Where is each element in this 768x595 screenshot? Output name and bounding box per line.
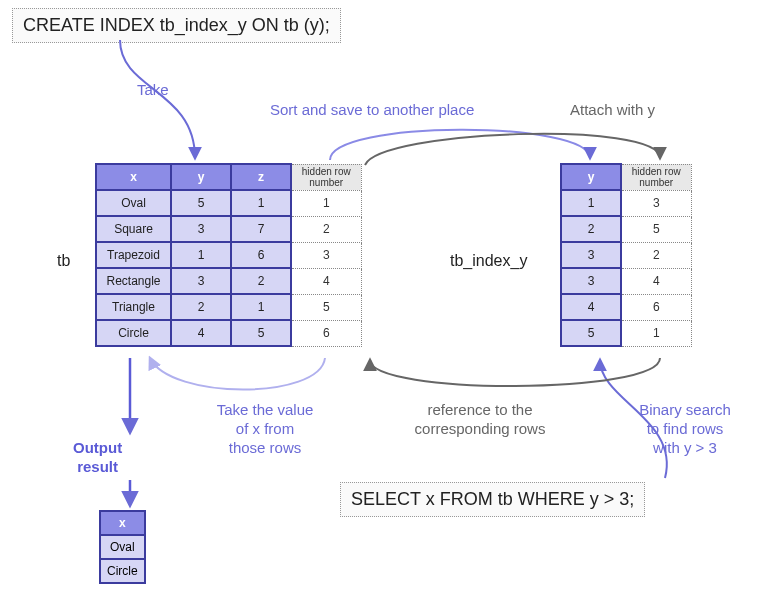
arrow-take: [120, 40, 195, 158]
result-col-x: x: [100, 511, 145, 535]
text: Binary search: [639, 401, 731, 418]
cell: 5: [231, 320, 291, 346]
tb-header-row: x y z hidden row number: [96, 164, 361, 190]
table-row: Rectangle324: [96, 268, 361, 294]
text: Take the value: [217, 401, 314, 418]
text: corresponding rows: [415, 420, 546, 437]
cell: 5: [291, 294, 361, 320]
table-row: 32: [561, 242, 691, 268]
table-row: 34: [561, 268, 691, 294]
tb-col-hidden: hidden row number: [291, 164, 361, 190]
text: result: [77, 458, 118, 475]
cell: 1: [561, 190, 621, 216]
cell: 6: [621, 294, 691, 320]
tb-col-y: y: [171, 164, 231, 190]
table-row: Circle456: [96, 320, 361, 346]
cell: 3: [291, 242, 361, 268]
cell: 2: [621, 242, 691, 268]
cell: 4: [621, 268, 691, 294]
table-row: 25: [561, 216, 691, 242]
arrow-take-x: [150, 358, 325, 390]
text: of x from: [236, 420, 294, 437]
cell: Trapezoid: [96, 242, 171, 268]
idx-header-row: y hidden row number: [561, 164, 691, 190]
ann-sort: Sort and save to another place: [270, 100, 474, 119]
arrow-reference: [370, 358, 660, 386]
sql-select: SELECT x FROM tb WHERE y > 3;: [340, 482, 645, 517]
ann-take: Take: [137, 80, 169, 99]
cell: 1: [621, 320, 691, 346]
cell: Triangle: [96, 294, 171, 320]
cell: 2: [561, 216, 621, 242]
cell: 1: [231, 190, 291, 216]
table-row: 13: [561, 190, 691, 216]
table-row: Trapezoid163: [96, 242, 361, 268]
table-row: 46: [561, 294, 691, 320]
cell: Oval: [96, 190, 171, 216]
cell: 2: [291, 216, 361, 242]
cell: 6: [291, 320, 361, 346]
cell: 4: [171, 320, 231, 346]
cell: Square: [96, 216, 171, 242]
index-table: y hidden row number 13 25 32 34 46 51: [560, 163, 692, 347]
idx-col-hidden: hidden row number: [621, 164, 691, 190]
text: Output: [73, 439, 122, 456]
cell: Oval: [100, 535, 145, 559]
cell: 5: [621, 216, 691, 242]
cell: 5: [561, 320, 621, 346]
index-label: tb_index_y: [450, 252, 527, 270]
tb-col-x: x: [96, 164, 171, 190]
cell: 5: [171, 190, 231, 216]
text: to find rows: [647, 420, 724, 437]
cell: 4: [561, 294, 621, 320]
output-result-label: Output result: [73, 438, 122, 476]
cell: Circle: [96, 320, 171, 346]
tb-table: x y z hidden row number Oval511 Square37…: [95, 163, 362, 347]
cell: 3: [561, 268, 621, 294]
result-table: x Oval Circle: [99, 510, 146, 584]
cell: 3: [171, 216, 231, 242]
idx-col-y: y: [561, 164, 621, 190]
cell: 3: [621, 190, 691, 216]
ann-reference: reference to the corresponding rows: [405, 400, 555, 438]
cell: 1: [231, 294, 291, 320]
ann-take-x: Take the value of x from those rows: [205, 400, 325, 457]
tb-col-z: z: [231, 164, 291, 190]
text: with y > 3: [653, 439, 717, 456]
table-row: Circle: [100, 559, 145, 583]
ann-attach: Attach with y: [570, 100, 655, 119]
cell: 1: [171, 242, 231, 268]
cell: 6: [231, 242, 291, 268]
sql-create-index: CREATE INDEX tb_index_y ON tb (y);: [12, 8, 341, 43]
tb-label: tb: [57, 252, 70, 270]
cell: 3: [171, 268, 231, 294]
ann-binary-search: Binary search to find rows with y > 3: [630, 400, 740, 457]
cell: 1: [291, 190, 361, 216]
arrow-sort: [330, 130, 590, 160]
table-row: Oval: [100, 535, 145, 559]
cell: 7: [231, 216, 291, 242]
cell: 4: [291, 268, 361, 294]
cell: Rectangle: [96, 268, 171, 294]
arrow-attach: [365, 134, 660, 165]
table-row: Triangle215: [96, 294, 361, 320]
text: those rows: [229, 439, 302, 456]
table-row: Oval511: [96, 190, 361, 216]
cell: 2: [231, 268, 291, 294]
table-row: Square372: [96, 216, 361, 242]
table-row: 51: [561, 320, 691, 346]
text: reference to the: [427, 401, 532, 418]
cell: Circle: [100, 559, 145, 583]
cell: 3: [561, 242, 621, 268]
cell: 2: [171, 294, 231, 320]
